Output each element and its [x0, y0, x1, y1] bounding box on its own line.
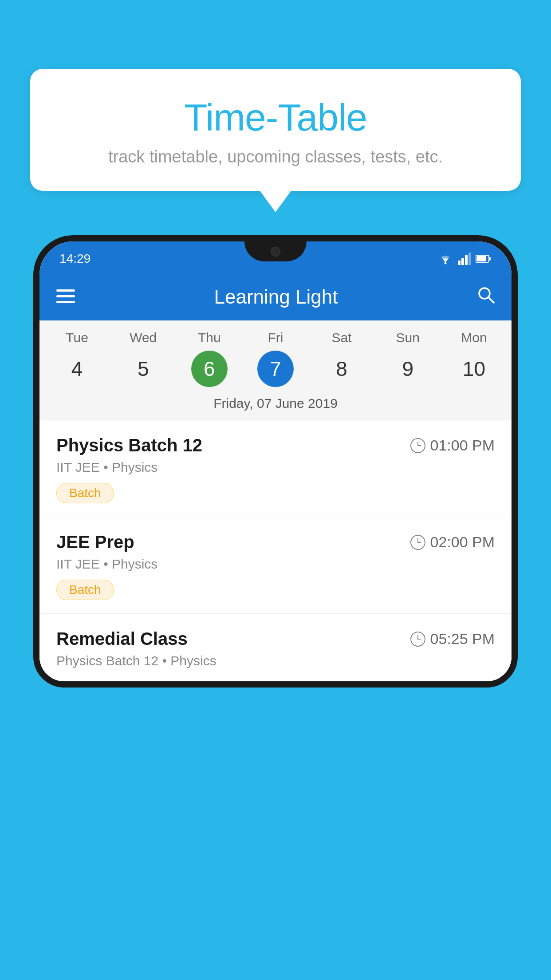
schedule-meta-1: IIT JEE • Physics	[56, 460, 495, 475]
status-icons	[437, 253, 492, 265]
svg-rect-2	[461, 258, 464, 265]
search-button[interactable]	[477, 286, 495, 308]
svg-line-12	[488, 297, 494, 303]
day-sun[interactable]: Sun 9	[381, 330, 434, 387]
svg-rect-9	[56, 295, 75, 297]
power-button	[512, 348, 517, 397]
svg-rect-3	[465, 255, 468, 265]
day-name-wed: Wed	[130, 330, 157, 345]
tooltip-card: Time-Table track timetable, upcoming cla…	[30, 69, 521, 191]
menu-icon[interactable]	[56, 286, 75, 308]
day-num-tue: 4	[59, 351, 95, 387]
day-name-tue: Tue	[66, 330, 88, 345]
day-num-sat: 8	[323, 351, 360, 387]
schedule-meta-3: Physics Batch 12 • Physics	[56, 653, 495, 668]
notch	[244, 241, 307, 261]
schedule-item-jee-prep[interactable]: JEE Prep 02:00 PM IIT JEE • Physics Batc…	[39, 517, 512, 614]
status-time: 14:29	[59, 252, 91, 266]
volume-button	[34, 339, 39, 375]
schedule-time-3: 05:25 PM	[410, 630, 495, 648]
schedule-name-3: Remedial Class	[56, 629, 188, 649]
schedule-item-header-2: JEE Prep 02:00 PM	[56, 532, 495, 552]
day-num-wed: 5	[125, 351, 161, 387]
schedule-item-physics-batch[interactable]: Physics Batch 12 01:00 PM IIT JEE • Phys…	[39, 420, 512, 517]
day-name-thu: Thu	[198, 330, 221, 345]
svg-rect-1	[458, 261, 460, 265]
day-wed[interactable]: Wed 5	[117, 330, 170, 387]
svg-rect-7	[476, 256, 486, 261]
phone-mockup: 14:29	[33, 235, 518, 980]
svg-rect-6	[489, 257, 491, 261]
tooltip-subtitle: track timetable, upcoming classes, tests…	[57, 147, 494, 166]
hamburger-icon	[56, 289, 75, 304]
selected-date-label: Friday, 07 June 2019	[39, 391, 512, 420]
day-thu[interactable]: Thu 6	[183, 330, 236, 387]
day-num-mon: 10	[456, 351, 492, 387]
calendar-strip: Tue 4 Wed 5 Thu 6 Fri 7 Sat 8	[39, 320, 512, 420]
day-num-fri: 7	[257, 351, 294, 387]
schedule-item-remedial[interactable]: Remedial Class 05:25 PM Physics Batch 12…	[39, 614, 512, 681]
day-fri[interactable]: Fri 7	[249, 330, 302, 387]
batch-badge-2: Batch	[56, 580, 114, 600]
day-num-sun: 9	[390, 351, 426, 387]
search-icon	[477, 286, 495, 304]
schedule-name-1: Physics Batch 12	[56, 435, 202, 455]
app-toolbar: Learning Light	[39, 273, 512, 320]
camera-dot	[271, 247, 280, 257]
days-row: Tue 4 Wed 5 Thu 6 Fri 7 Sat 8	[39, 320, 512, 391]
svg-point-0	[445, 262, 447, 265]
day-tue[interactable]: Tue 4	[51, 330, 104, 387]
app-title: Learning Light	[87, 286, 464, 308]
schedule-meta-2: IIT JEE • Physics	[56, 557, 495, 572]
wifi-icon	[437, 253, 453, 265]
day-num-thu: 6	[191, 351, 228, 387]
svg-rect-10	[56, 301, 75, 303]
schedule-time-2: 02:00 PM	[410, 533, 495, 551]
day-sat[interactable]: Sat 8	[315, 330, 368, 387]
schedule-name-2: JEE Prep	[56, 532, 134, 552]
signal-icon	[458, 253, 471, 265]
schedule-time-1: 01:00 PM	[410, 437, 495, 454]
clock-icon-1	[410, 438, 425, 453]
battery-icon	[476, 254, 492, 264]
day-name-mon: Mon	[461, 330, 487, 345]
clock-icon-2	[410, 535, 425, 550]
phone-frame: 14:29	[33, 235, 518, 688]
batch-badge-1: Batch	[56, 483, 114, 503]
schedule-item-header-3: Remedial Class 05:25 PM	[56, 629, 495, 649]
status-bar: 14:29	[39, 241, 512, 273]
svg-rect-4	[468, 253, 471, 265]
svg-rect-8	[56, 289, 75, 292]
day-name-fri: Fri	[268, 330, 283, 345]
schedule-item-header-1: Physics Batch 12 01:00 PM	[56, 435, 495, 455]
clock-icon-3	[410, 632, 425, 647]
schedule-list: Physics Batch 12 01:00 PM IIT JEE • Phys…	[39, 420, 512, 681]
day-name-sat: Sat	[332, 330, 352, 345]
tooltip-title: Time-Table	[57, 95, 494, 139]
day-mon[interactable]: Mon 10	[447, 330, 500, 387]
day-name-sun: Sun	[396, 330, 420, 345]
